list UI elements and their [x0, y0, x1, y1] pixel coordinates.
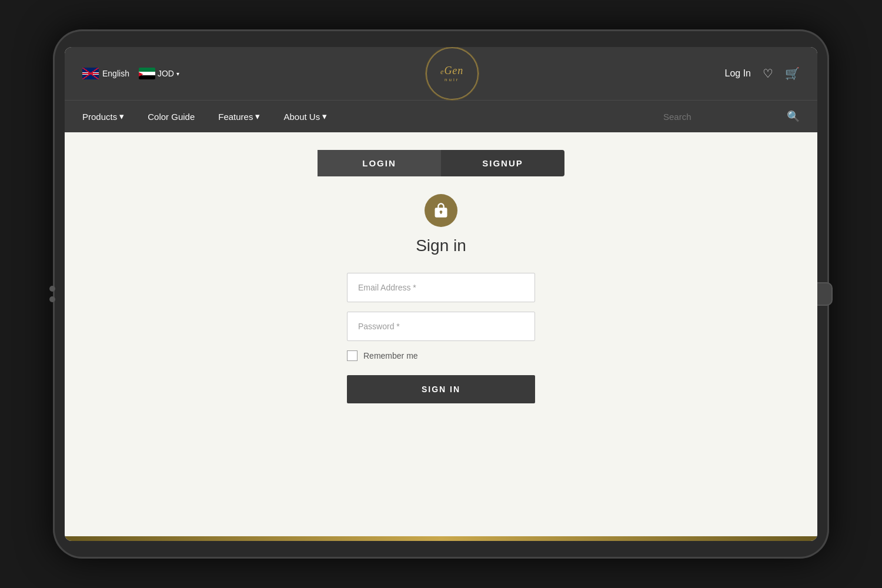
login-tab[interactable]: LOGIN [318, 150, 441, 176]
nav-color-guide-label: Color Guide [148, 112, 195, 122]
navbar: Products ▾ Color Guide Features ▾ About … [65, 100, 817, 132]
tab-switcher: LOGIN SIGNUP [318, 150, 564, 176]
nav-item-about-us[interactable]: About Us ▾ [283, 111, 327, 122]
flag-jordan-icon [139, 68, 155, 79]
search-icon: 🔍 [787, 111, 800, 122]
password-field[interactable] [347, 312, 535, 341]
nav-about-label: About Us [283, 112, 320, 122]
header-left: English JOD ▾ [82, 68, 179, 79]
flag-uk-icon [82, 68, 99, 79]
logo-area: eGen nuir [426, 47, 479, 100]
email-field[interactable] [347, 273, 535, 302]
remember-row: Remember me [347, 350, 535, 361]
sign-in-title: Sign in [416, 236, 466, 255]
tablet-frame: English JOD ▾ eGen nuir [53, 29, 829, 559]
signup-tab[interactable]: SIGNUP [441, 150, 564, 176]
logo-circle[interactable]: eGen nuir [426, 47, 479, 100]
cart-button[interactable]: 🛒 [785, 66, 800, 81]
login-button[interactable]: Log In [725, 68, 751, 79]
search-input[interactable] [663, 112, 781, 122]
nav-about-chevron: ▾ [322, 111, 327, 122]
main-content: LOGIN SIGNUP Sign in Remember me SIGN [65, 132, 817, 536]
nav-products-label: Products [82, 112, 117, 122]
login-form: Remember me SIGN IN [347, 273, 535, 403]
tablet-screen: English JOD ▾ eGen nuir [65, 47, 817, 541]
nav-features-label: Features [218, 112, 253, 122]
search-button[interactable]: 🔍 [787, 110, 800, 123]
side-button-dot-1 [49, 286, 55, 292]
language-label: English [102, 69, 129, 78]
remember-label[interactable]: Remember me [363, 351, 418, 360]
currency-selector[interactable]: JOD ▾ [139, 68, 179, 79]
lock-icon-wrap [425, 194, 457, 227]
nav-item-features[interactable]: Features ▾ [218, 111, 260, 122]
header: English JOD ▾ eGen nuir [65, 47, 817, 100]
currency-dropdown-icon: ▾ [176, 71, 179, 77]
sign-in-button[interactable]: SIGN IN [347, 375, 535, 403]
wishlist-button[interactable]: ♡ [763, 66, 773, 81]
heart-icon: ♡ [763, 66, 773, 81]
logo-text: eGen nuir [440, 65, 463, 82]
remember-checkbox[interactable] [347, 350, 358, 361]
nav-items: Products ▾ Color Guide Features ▾ About … [82, 111, 663, 122]
lock-icon [433, 202, 449, 219]
footer-bar [65, 536, 817, 541]
language-selector[interactable]: English [82, 68, 129, 79]
nav-item-color-guide[interactable]: Color Guide [148, 112, 195, 122]
nav-products-chevron: ▾ [119, 111, 124, 122]
nav-item-products[interactable]: Products ▾ [82, 111, 124, 122]
nav-features-chevron: ▾ [255, 111, 260, 122]
side-button-dot-2 [49, 296, 55, 302]
currency-label: JOD [158, 69, 174, 78]
nav-search-area: 🔍 [663, 110, 800, 123]
side-buttons-left [49, 286, 55, 302]
cart-icon: 🛒 [785, 66, 800, 81]
header-right: Log In ♡ 🛒 [725, 66, 800, 81]
